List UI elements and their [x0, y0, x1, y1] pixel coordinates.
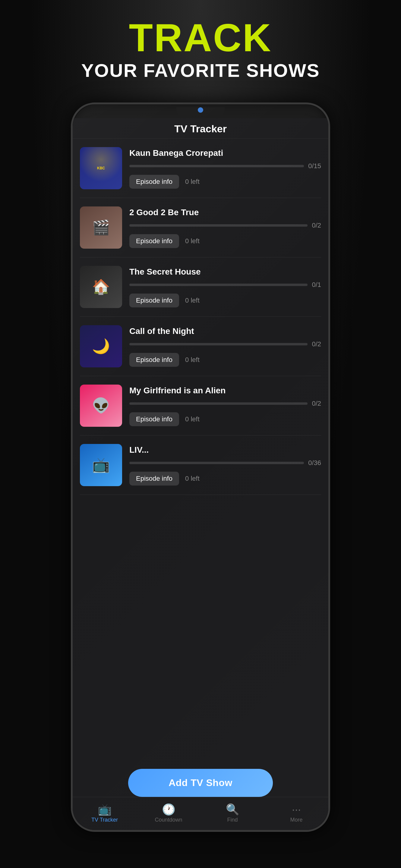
nav-label-find: Find: [227, 817, 238, 823]
episode-row-secret: Episode info 0 left: [129, 293, 321, 307]
episodes-left-liv: 0 left: [185, 475, 199, 483]
nav-icon-countdown: 🕐: [162, 804, 176, 815]
episode-row-call: Episode info 0 left: [129, 353, 321, 367]
progress-count-liv: 0/36: [308, 459, 321, 467]
show-item-call[interactable]: 🌙 Call of the Night 0/2 Episode info 0 l…: [80, 317, 321, 376]
phone-notch: [176, 107, 225, 118]
episodes-left-call: 0 left: [185, 356, 199, 364]
show-name-kbc: Kaun Banega Crorepati: [129, 148, 321, 158]
nav-item-find[interactable]: 🔍 Find: [201, 804, 265, 823]
nav-item-tracker[interactable]: 📺 TV Tracker: [73, 804, 136, 823]
front-camera: [198, 107, 203, 113]
show-thumbnail-secret: 🏠: [80, 266, 122, 308]
progress-bar-call: [129, 343, 308, 345]
episode-info-button-alien[interactable]: Episode info: [129, 412, 179, 426]
episodes-left-kbc: 0 left: [185, 178, 199, 186]
add-button-container: Add TV Show: [128, 769, 273, 797]
show-thumbnail-alien: 👽: [80, 384, 122, 427]
hero-track-text: TRACK: [0, 18, 401, 57]
show-item-alien[interactable]: 👽 My Girlfriend is an Alien 0/2 Episode …: [80, 376, 321, 435]
show-info-secret: The Secret House 0/1 Episode info 0 left: [129, 266, 321, 307]
episodes-left-alien: 0 left: [185, 415, 199, 423]
progress-row-2good: 0/2: [129, 221, 321, 229]
progress-row-liv: 0/36: [129, 459, 321, 467]
progress-count-2good: 0/2: [312, 221, 321, 229]
episode-row-liv: Episode info 0 left: [129, 472, 321, 486]
show-info-2good: 2 Good 2 Be True 0/2 Episode info 0 left: [129, 207, 321, 248]
progress-row-kbc: 0/15: [129, 162, 321, 170]
phone-frame: TV Tracker KBC Kaun Banega Crorepati 0/1…: [71, 102, 330, 832]
progress-bar-liv: [129, 462, 304, 464]
show-name-alien: My Girlfriend is an Alien: [129, 386, 321, 396]
progress-count-kbc: 0/15: [308, 162, 321, 170]
show-name-call: Call of the Night: [129, 327, 321, 336]
show-thumbnail-2good: 🎬: [80, 207, 122, 249]
hero-subtitle: YOUR FAVORITE SHOWS: [0, 60, 401, 81]
app-title: TV Tracker: [73, 123, 328, 135]
app-header: TV Tracker: [73, 118, 328, 138]
show-info-liv: LIV... 0/36 Episode info 0 left: [129, 444, 321, 486]
episode-row-kbc: Episode info 0 left: [129, 175, 321, 189]
progress-bar-kbc: [129, 165, 304, 167]
episode-info-button-2good[interactable]: Episode info: [129, 234, 179, 248]
episode-info-button-liv[interactable]: Episode info: [129, 472, 179, 486]
show-name-2good: 2 Good 2 Be True: [129, 208, 321, 217]
add-tv-show-button[interactable]: Add TV Show: [128, 769, 273, 797]
nav-label-countdown: Countdown: [155, 817, 182, 823]
progress-count-secret: 0/1: [312, 281, 321, 289]
nav-icon-tracker: 📺: [98, 804, 112, 815]
nav-icon-more: ···: [292, 804, 301, 815]
show-info-call: Call of the Night 0/2 Episode info 0 lef…: [129, 325, 321, 367]
progress-row-alien: 0/2: [129, 400, 321, 407]
show-thumbnail-kbc: KBC: [80, 147, 122, 189]
show-item-secret[interactable]: 🏠 The Secret House 0/1 Episode info 0 le…: [80, 257, 321, 317]
episode-row-2good: Episode info 0 left: [129, 234, 321, 248]
show-info-kbc: Kaun Banega Crorepati 0/15 Episode info …: [129, 147, 321, 189]
shows-list[interactable]: KBC Kaun Banega Crorepati 0/15 Episode i…: [73, 138, 328, 832]
episode-info-button-secret[interactable]: Episode info: [129, 293, 179, 307]
show-info-alien: My Girlfriend is an Alien 0/2 Episode in…: [129, 384, 321, 426]
episode-row-alien: Episode info 0 left: [129, 412, 321, 426]
bottom-navigation: 📺 TV Tracker 🕐 Countdown 🔍 Find ··· More: [73, 797, 328, 830]
show-item-2good[interactable]: 🎬 2 Good 2 Be True 0/2 Episode info 0 le…: [80, 198, 321, 257]
episodes-left-2good: 0 left: [185, 237, 199, 245]
nav-label-tracker: TV Tracker: [91, 817, 118, 823]
show-item-kbc[interactable]: KBC Kaun Banega Crorepati 0/15 Episode i…: [80, 138, 321, 198]
show-name-secret: The Secret House: [129, 267, 321, 277]
progress-row-call: 0/2: [129, 340, 321, 348]
show-item-liv[interactable]: 📺 LIV... 0/36 Episode info 0 left: [80, 435, 321, 495]
progress-bar-2good: [129, 224, 308, 227]
progress-count-alien: 0/2: [312, 400, 321, 407]
phone-screen: TV Tracker KBC Kaun Banega Crorepati 0/1…: [73, 118, 328, 832]
nav-item-more[interactable]: ··· More: [265, 804, 328, 823]
hero-section: TRACK YOUR FAVORITE SHOWS: [0, 18, 401, 81]
show-thumbnail-liv: 📺: [80, 444, 122, 486]
episodes-left-secret: 0 left: [185, 297, 199, 304]
show-thumbnail-call: 🌙: [80, 325, 122, 367]
nav-label-more: More: [290, 817, 302, 823]
episode-info-button-call[interactable]: Episode info: [129, 353, 179, 367]
progress-count-call: 0/2: [312, 340, 321, 348]
progress-bar-alien: [129, 402, 308, 405]
episode-info-button-kbc[interactable]: Episode info: [129, 175, 179, 189]
progress-row-secret: 0/1: [129, 281, 321, 289]
show-name-liv: LIV...: [129, 445, 321, 455]
progress-bar-secret: [129, 284, 308, 286]
nav-icon-find: 🔍: [226, 804, 239, 815]
nav-item-countdown[interactable]: 🕐 Countdown: [136, 804, 201, 823]
